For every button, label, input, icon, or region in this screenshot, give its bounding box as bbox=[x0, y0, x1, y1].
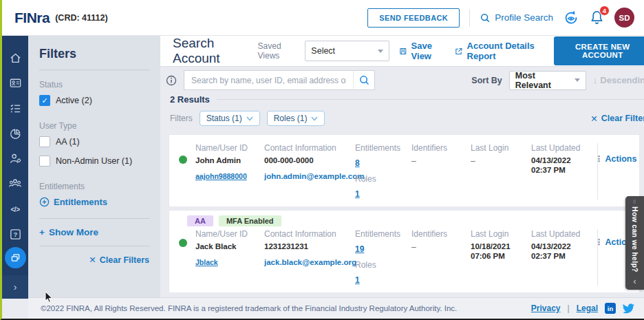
account-name: Jack Black bbox=[195, 242, 259, 250]
circle-plus-icon bbox=[39, 197, 50, 207]
nav-user-admin[interactable] bbox=[2, 147, 28, 172]
search-icon bbox=[358, 74, 370, 86]
user-id-link[interactable]: Jblack bbox=[195, 258, 218, 266]
divider bbox=[217, 99, 644, 100]
results-count: 2 Results bbox=[170, 94, 210, 105]
sort-by-select[interactable]: Most Relevant bbox=[509, 71, 586, 90]
nav-developer[interactable]: </> bbox=[2, 197, 28, 222]
account-details-report-button[interactable]: Account Details Report bbox=[455, 41, 545, 61]
notifications-button[interactable]: 4 bbox=[589, 10, 605, 25]
identifiers-value: – bbox=[411, 156, 465, 166]
user-avatar[interactable]: SD bbox=[614, 8, 634, 28]
kebab-icon: ⋮ bbox=[595, 154, 603, 164]
linkedin-icon[interactable]: in bbox=[605, 303, 616, 314]
user-type-aa-label: AA (1) bbox=[56, 137, 80, 147]
column-header-last-updated: Last Updated bbox=[531, 143, 592, 153]
info-icon[interactable] bbox=[166, 75, 177, 86]
search-icon bbox=[480, 12, 491, 23]
checklist-icon bbox=[9, 102, 22, 115]
main-content: Search Account Saved Views Select Save V… bbox=[160, 36, 644, 299]
help-tab[interactable]: ⠿ How can we help? ‹ bbox=[625, 196, 644, 290]
nav-tasks[interactable] bbox=[2, 96, 28, 121]
filters-title: Filters bbox=[39, 47, 149, 61]
x-icon: ✕ bbox=[89, 255, 96, 265]
search-input[interactable] bbox=[184, 70, 353, 90]
filter-chip-roles[interactable]: Roles (1) bbox=[267, 111, 325, 126]
nav-home[interactable] bbox=[2, 45, 28, 71]
nav-accounts[interactable] bbox=[2, 71, 28, 96]
user-type-aa-checkbox-row[interactable]: AA (1) bbox=[39, 136, 149, 147]
account-row: Name/User ID John Admin aajohn9888000 Co… bbox=[169, 134, 640, 207]
roles-count-link[interactable]: 1 bbox=[355, 189, 360, 199]
checkbox-unchecked-icon[interactable] bbox=[39, 136, 50, 147]
clear-filters-link[interactable]: ✕ Clear Filters bbox=[590, 114, 644, 124]
status-active-checkbox-row[interactable]: ✓ Active (2) bbox=[39, 95, 149, 106]
chevron-down-icon bbox=[311, 116, 318, 121]
code-icon: </> bbox=[11, 206, 20, 213]
twitter-icon[interactable] bbox=[623, 303, 634, 314]
active-apps-button[interactable] bbox=[5, 247, 26, 268]
entitlements-count-link[interactable]: 19 bbox=[355, 244, 364, 254]
x-icon: ✕ bbox=[590, 114, 597, 124]
notification-badge: 4 bbox=[599, 6, 610, 16]
status-active-dot bbox=[179, 239, 187, 247]
column-header-identifiers: Identifiers bbox=[411, 143, 465, 153]
send-feedback-button[interactable]: SEND FEEDBACK bbox=[367, 8, 460, 28]
nav-groups[interactable] bbox=[2, 171, 28, 197]
nav-help[interactable]: ? bbox=[2, 222, 28, 247]
user-type-nonadmin-label: Non-Admin User (1) bbox=[56, 156, 132, 166]
descending-toggle[interactable]: ↓ Descending bbox=[593, 75, 644, 85]
entitlements-count-link[interactable]: 8 bbox=[355, 158, 360, 168]
entitlements-add-link[interactable]: Entitlements bbox=[39, 197, 149, 207]
checkbox-checked-icon[interactable]: ✓ bbox=[39, 95, 50, 106]
divider bbox=[469, 9, 470, 27]
sort-by-label: Sort By bbox=[471, 76, 502, 85]
page-header: Search Account Saved Views Select Save V… bbox=[160, 36, 644, 67]
expand-rail-button[interactable]: › bbox=[2, 275, 28, 299]
account-email-link[interactable]: jack.black@example.org bbox=[264, 258, 356, 266]
rail-bottom: › bbox=[2, 247, 28, 299]
panel-clear-filters-link[interactable]: ✕ Clear Filters bbox=[39, 246, 149, 273]
external-link-icon bbox=[455, 46, 463, 56]
clear-filters-label: Clear Filters bbox=[100, 255, 149, 265]
show-more-link[interactable]: + Show More bbox=[39, 219, 149, 246]
column-header-roles: Roles bbox=[355, 174, 406, 184]
top-bar-actions: SEND FEEDBACK Profile Search 4 bbox=[367, 8, 634, 28]
results-row: 2 Results bbox=[160, 90, 644, 105]
filter-chip-roles-label: Roles (1) bbox=[274, 114, 308, 123]
roles-count-link[interactable]: 1 bbox=[355, 275, 360, 285]
column-header-entitlements: Entitlements bbox=[355, 143, 406, 153]
saved-views-value: Select bbox=[311, 46, 335, 56]
page-title: Search Account bbox=[173, 36, 248, 66]
clear-filters-label: Clear Filters bbox=[601, 114, 644, 123]
nav-reports[interactable] bbox=[2, 121, 28, 147]
saved-views-select[interactable]: Select bbox=[305, 41, 389, 61]
save-view-label: Save View bbox=[411, 41, 445, 61]
user-type-nonadmin-checkbox-row[interactable]: Non-Admin User (1) bbox=[39, 156, 149, 167]
user-id-link[interactable]: aajohn9888000 bbox=[195, 172, 247, 180]
create-new-account-button[interactable]: CREATE NEW ACCOUNT bbox=[554, 36, 644, 65]
column-header-contact: Contact Information bbox=[264, 229, 350, 239]
aa-badge: AA bbox=[187, 215, 213, 226]
row-actions-button[interactable]: ⋮ Actions bbox=[595, 154, 637, 200]
checkbox-unchecked-icon[interactable] bbox=[39, 156, 50, 167]
legal-link[interactable]: Legal bbox=[577, 303, 598, 313]
search-button[interactable] bbox=[353, 70, 375, 90]
last-login-value: – bbox=[471, 156, 526, 166]
divider: | bbox=[568, 303, 570, 313]
column-header-identifiers: Identifiers bbox=[411, 229, 465, 239]
footer: ©2022 FINRA, All Rights Reserved. FINRA … bbox=[28, 297, 644, 319]
column-header-contact: Contact Information bbox=[264, 143, 350, 153]
kebab-icon: ⋮ bbox=[595, 237, 603, 247]
pie-chart-icon bbox=[9, 127, 22, 140]
account-phone: 1231231231 bbox=[264, 242, 350, 250]
privacy-link[interactable]: Privacy bbox=[531, 303, 561, 313]
recently-viewed-button[interactable] bbox=[563, 10, 579, 26]
profile-search-link[interactable]: Profile Search bbox=[480, 12, 553, 23]
account-email-link[interactable]: john.admin@example.com bbox=[264, 172, 364, 180]
app-window: FINra (CRD: 41112) SEND FEEDBACK Profile… bbox=[0, 0, 644, 320]
sort-by-value: Most Relevant bbox=[515, 71, 569, 90]
filter-chip-status[interactable]: Status (1) bbox=[200, 111, 260, 126]
user-gear-icon bbox=[9, 152, 22, 165]
save-view-button[interactable]: Save View bbox=[399, 41, 445, 61]
